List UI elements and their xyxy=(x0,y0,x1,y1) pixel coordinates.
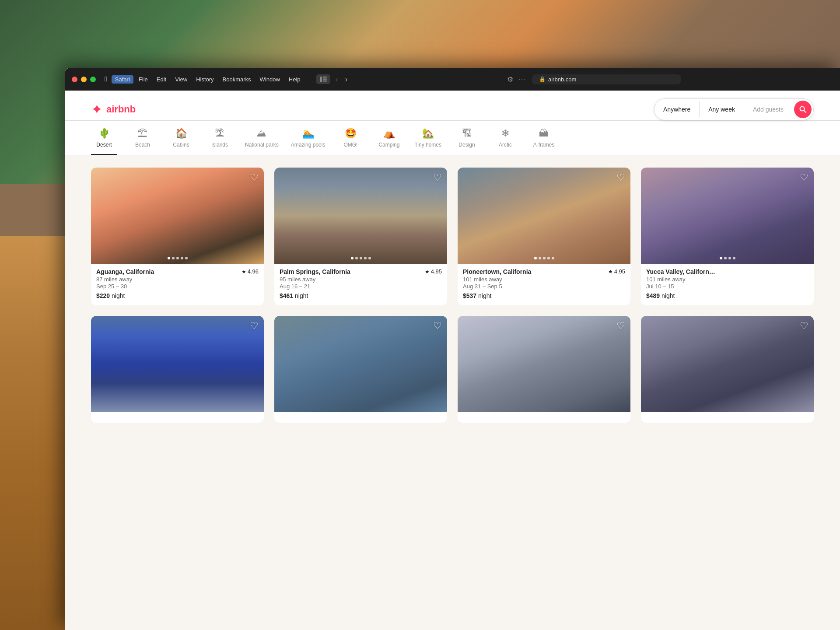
listing-info-6 xyxy=(274,412,447,423)
national-parks-icon: ⛰ xyxy=(257,128,266,139)
dot xyxy=(539,257,541,259)
listing-rating-3: ★4.95 xyxy=(608,268,625,275)
listing-info-4: Yucca Valley, Californ… 101 miles away J… xyxy=(641,264,814,305)
listing-info-3: Pioneertown, California ★4.95 101 miles … xyxy=(458,264,630,305)
svg-line-5 xyxy=(804,111,806,113)
wishlist-button-7[interactable]: ♡ xyxy=(616,321,625,331)
wishlist-button-4[interactable]: ♡ xyxy=(800,173,808,182)
wishlist-button-3[interactable]: ♡ xyxy=(616,173,625,182)
category-national-parks[interactable]: ⛰ National parks xyxy=(245,128,279,155)
dots-indicator-3 xyxy=(534,257,554,259)
menu-safari[interactable]: Safari xyxy=(112,75,133,84)
listing-location-2: Palm Springs, California xyxy=(280,268,350,275)
listing-card-4[interactable]: ♡ Yucca Valley, Californ… 101 miles aw xyxy=(641,168,814,305)
dot xyxy=(368,257,371,259)
listing-image-7: ♡ xyxy=(458,316,630,412)
listings-grid: ♡ Aguanga, California ★4.96 xyxy=(65,155,840,435)
listing-dates-3: Aug 31 – Sep 5 xyxy=(463,283,625,290)
add-guests-pill[interactable]: Add guests xyxy=(744,102,792,117)
address-bar-area: ⚙ ··· 🔒 airbnb.com xyxy=(355,74,833,84)
dots-indicator-1 xyxy=(168,257,188,259)
listing-card-7[interactable]: ♡ xyxy=(458,316,630,423)
listing-location-4: Yucca Valley, Californ… xyxy=(646,268,715,275)
anywhere-pill[interactable]: Anywhere xyxy=(654,102,700,117)
category-beach[interactable]: ⛱ Beach xyxy=(130,128,156,155)
menu-window[interactable]: Window xyxy=(256,75,284,84)
menu-edit[interactable]: Edit xyxy=(153,75,170,84)
category-nav: 🌵 Desert ⛱ Beach 🏠 Cabins 🏝 Islands ⛰ Na… xyxy=(65,121,840,155)
design-icon: 🏗 xyxy=(462,128,472,139)
listing-image-8: ♡ xyxy=(641,316,814,412)
category-a-frames[interactable]: 🏔 A-frames xyxy=(531,128,557,155)
dot xyxy=(176,257,179,259)
share-button[interactable]: ··· xyxy=(518,75,527,83)
menu-help[interactable]: Help xyxy=(285,75,304,84)
listing-image-4: ♡ xyxy=(641,168,814,264)
apple-menu-icon[interactable]:  xyxy=(105,75,107,83)
category-design[interactable]: 🏗 Design xyxy=(454,128,480,155)
search-button[interactable] xyxy=(794,101,812,118)
back-button[interactable]: ‹ xyxy=(334,75,340,84)
listing-image-2: ♡ xyxy=(274,168,447,264)
category-arctic[interactable]: ❄ Arctic xyxy=(492,128,518,155)
listing-top-row-4: Yucca Valley, Californ… xyxy=(646,268,808,275)
category-amazing-pools-label: Amazing pools xyxy=(291,142,326,148)
star-icon: ★ xyxy=(608,269,613,275)
wishlist-button-5[interactable]: ♡ xyxy=(250,321,259,331)
dot xyxy=(552,257,554,259)
wishlist-button-6[interactable]: ♡ xyxy=(433,321,442,331)
listing-top-row-1: Aguanga, California ★4.96 xyxy=(96,268,259,275)
dots-indicator-4 xyxy=(720,257,735,259)
listing-card-2[interactable]: ♡ Palm Springs, California ★4.95 xyxy=(274,168,447,305)
url-text: airbnb.com xyxy=(548,76,576,83)
wishlist-button-8[interactable]: ♡ xyxy=(800,321,808,331)
listing-price-4: $489 night xyxy=(646,292,808,299)
listing-card-3[interactable]: ♡ Pioneertown, California ★4.95 xyxy=(458,168,630,305)
wishlist-button-1[interactable]: ♡ xyxy=(250,173,259,182)
airbnb-logo-text: airbnb xyxy=(106,104,136,115)
dot xyxy=(724,257,727,259)
menu-bookmarks[interactable]: Bookmarks xyxy=(219,75,255,84)
menu-view[interactable]: View xyxy=(172,75,191,84)
listing-info-2: Palm Springs, California ★4.95 95 miles … xyxy=(274,264,447,305)
menu-file[interactable]: File xyxy=(135,75,151,84)
any-week-pill[interactable]: Any week xyxy=(700,102,744,117)
cabins-icon: 🏠 xyxy=(175,128,187,139)
category-cabins[interactable]: 🏠 Cabins xyxy=(168,128,194,155)
category-arctic-label: Arctic xyxy=(499,142,512,148)
category-islands[interactable]: 🏝 Islands xyxy=(206,128,233,155)
category-camping[interactable]: ⛺ Camping xyxy=(376,128,402,155)
category-desert[interactable]: 🌵 Desert xyxy=(91,128,117,155)
wishlist-button-2[interactable]: ♡ xyxy=(433,173,442,182)
airbnb-logo[interactable]: ✦ airbnb xyxy=(91,101,136,118)
maximize-button[interactable] xyxy=(90,77,96,82)
menu-history[interactable]: History xyxy=(192,75,217,84)
listing-dates-1: Sep 25 – 30 xyxy=(96,283,259,290)
sidebar-toggle-button[interactable] xyxy=(316,74,330,84)
listing-image-3: ♡ xyxy=(458,168,630,264)
listing-card-8[interactable]: ♡ xyxy=(641,316,814,423)
mac-window:  Safari File Edit View History Bookmark… xyxy=(65,68,840,630)
address-bar[interactable]: 🔒 airbnb.com xyxy=(532,74,681,84)
category-cabins-label: Cabins xyxy=(173,142,189,148)
listing-info-1: Aguanga, California ★4.96 87 miles away … xyxy=(91,264,264,305)
minimize-button[interactable] xyxy=(81,77,87,82)
category-amazing-pools[interactable]: 🏊 Amazing pools xyxy=(291,128,326,155)
listing-card-1[interactable]: ♡ Aguanga, California ★4.96 xyxy=(91,168,264,305)
islands-icon: 🏝 xyxy=(215,128,224,139)
listing-dates-4: Jul 10 – 15 xyxy=(646,283,808,290)
listing-card-6[interactable]: ♡ xyxy=(274,316,447,423)
forward-button[interactable]: › xyxy=(343,75,350,84)
shield-button[interactable]: ⚙ xyxy=(507,75,513,84)
category-tiny-homes[interactable]: 🏡 Tiny homes xyxy=(414,128,441,155)
close-button[interactable] xyxy=(72,77,77,82)
listing-card-5[interactable]: ♡ xyxy=(91,316,264,423)
listing-location-3: Pioneertown, California xyxy=(463,268,531,275)
listing-price-2: $461 night xyxy=(280,292,442,299)
dot xyxy=(185,257,188,259)
arctic-icon: ❄ xyxy=(501,128,509,139)
tiny-homes-icon: 🏡 xyxy=(422,128,434,139)
svg-rect-1 xyxy=(323,77,327,78)
airbnb-logo-icon: ✦ xyxy=(91,101,103,118)
category-omg[interactable]: 🤩 OMG! xyxy=(337,128,364,155)
